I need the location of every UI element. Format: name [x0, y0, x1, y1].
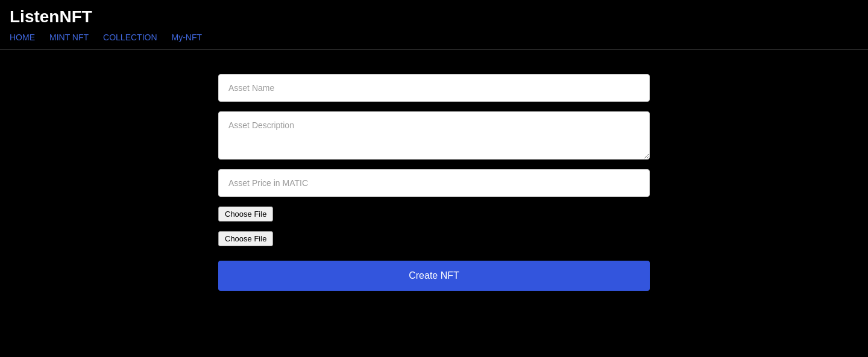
nav-my-nft[interactable]: My-NFT	[172, 33, 203, 42]
nav-mint-nft[interactable]: MINT NFT	[49, 33, 89, 42]
file-input-2[interactable]	[218, 231, 378, 246]
main-nav: HOME MINT NFT COLLECTION My-NFT	[10, 33, 858, 49]
main-content: Create NFT	[0, 50, 868, 315]
asset-description-input[interactable]	[218, 111, 650, 160]
asset-price-input[interactable]	[218, 169, 650, 197]
app-title: ListenNFT	[10, 7, 858, 26]
nav-collection[interactable]: COLLECTION	[103, 33, 157, 42]
nft-form: Create NFT	[218, 74, 650, 291]
file-input-1-wrapper	[218, 206, 650, 222]
app-header: ListenNFT HOME MINT NFT COLLECTION My-NF…	[0, 0, 868, 50]
nav-home[interactable]: HOME	[10, 33, 35, 42]
asset-name-input[interactable]	[218, 74, 650, 102]
create-nft-button[interactable]: Create NFT	[218, 261, 650, 291]
file-input-1[interactable]	[218, 206, 378, 222]
file-input-2-wrapper	[218, 231, 650, 246]
